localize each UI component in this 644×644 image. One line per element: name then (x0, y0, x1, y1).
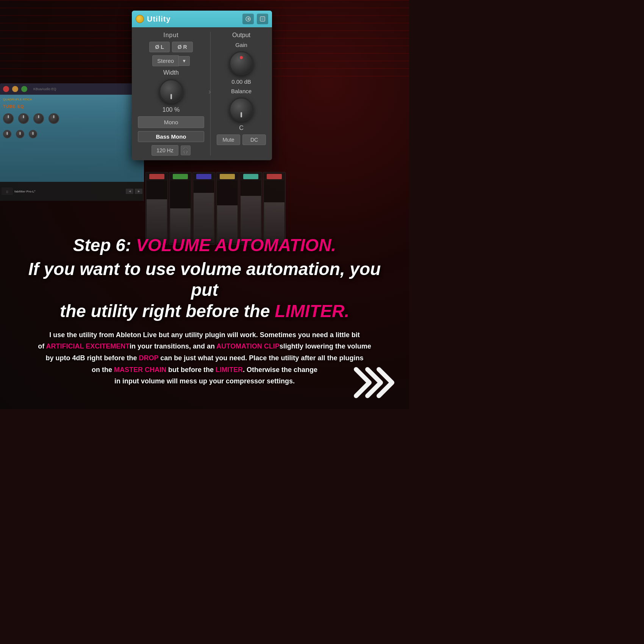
desc-line4-end: . Otherwise the change (243, 366, 317, 374)
desc-line3-start: by upto 4dB right before the (46, 354, 137, 362)
tube-eq-title: TUBE EQ (3, 104, 24, 109)
desc-of: of (38, 342, 46, 350)
utility-icon-btn-2[interactable] (257, 14, 268, 24)
text-content-area: Step 6: VOLUME AUTOMATION. If you want t… (0, 227, 409, 409)
width-knob-indicator (170, 94, 172, 99)
desc-highlight5: LIMITER (216, 366, 243, 374)
output-label: Output (217, 32, 266, 39)
headphone-icon[interactable]: 🎧 (181, 145, 191, 155)
svg-rect-1 (260, 17, 265, 21)
width-value: 100 % (138, 106, 204, 113)
track-color-5 (243, 174, 258, 179)
desc-line5: in input volume will mess up your compre… (114, 377, 295, 385)
eq-knob-1 (3, 113, 14, 124)
desc-highlight2: AUTOMATION CLIP (216, 342, 279, 350)
utility-input-panel: Input Ø L Ø R Stereo ▼ Width › 100 % Mon… (138, 32, 204, 156)
mute-button[interactable]: Mute (217, 134, 240, 145)
gain-knob[interactable] (229, 51, 253, 75)
subheading-limiter: LIMITER. (275, 301, 349, 321)
eq-knob-3 (33, 113, 44, 124)
utility-title: Utility (147, 15, 239, 23)
gain-db-value: 0.00 dB (217, 78, 266, 85)
stereo-mode-row: Stereo ▼ (138, 55, 204, 66)
subheading-line1: If you want to use volume automation, yo… (23, 259, 386, 300)
desc-but: but before the (166, 366, 216, 374)
tube-eq-subtitle: QUADRUPLE-RTICA (3, 98, 32, 101)
desc-mid1: in your transitions, and an (130, 342, 215, 350)
stereo-select[interactable]: Stereo (152, 55, 179, 66)
utility-body: Input Ø L Ø R Stereo ▼ Width › 100 % Mon… (132, 27, 272, 160)
description-text: I use the utility from Ableton Live but … (38, 329, 371, 387)
phase-l-button[interactable]: Ø L (149, 42, 169, 52)
utility-plugin-window: Utility Input Ø L Ø R Stereo ▼ (132, 11, 272, 160)
gain-label: Gain (217, 42, 266, 48)
balance-label: Balance (217, 88, 266, 94)
track-color-4 (220, 174, 235, 179)
desc-line1: I use the utility from Ableton Live but … (49, 331, 360, 339)
width-label: Width (138, 69, 204, 76)
eq-knob-small-2 (16, 130, 24, 138)
chevron-arrows-svg (352, 364, 398, 402)
bass-mono-button[interactable]: Bass Mono (138, 131, 204, 142)
eq-knob-small-3 (29, 130, 37, 138)
step-label: Step 6: (73, 235, 131, 255)
track-color-6 (267, 174, 282, 179)
desc-highlight3: DROP (139, 354, 159, 362)
utility-output-panel: Output Gain 0.00 dB Balance C Mute DC (217, 32, 266, 156)
knob-right-arrow: › (208, 87, 211, 96)
gain-knob-area (229, 51, 253, 75)
track-color-1 (149, 174, 164, 179)
hz-button[interactable]: 120 Hz (152, 145, 178, 156)
width-knob-area: › (138, 79, 204, 103)
step-subheading: If you want to use volume automation, yo… (23, 259, 386, 322)
dc-button[interactable]: DC (242, 134, 266, 145)
eq-knob-4 (48, 113, 59, 124)
utility-power-button[interactable] (136, 15, 144, 23)
desc-highlight1: ARTIFICIAL EXCITEMENT (46, 342, 130, 350)
subheading-line2: the utility right before the LIMITER. (23, 301, 386, 322)
stereo-dropdown-arrow[interactable]: ▼ (179, 56, 190, 66)
balance-knob-indicator (241, 112, 242, 117)
heading-highlight: VOLUME AUTOMATION. (136, 235, 336, 255)
balance-knob[interactable] (229, 97, 253, 122)
desc-highlight4: MASTER CHAIN (114, 366, 166, 374)
hz-row: 120 Hz 🎧 (138, 145, 204, 156)
utility-titlebar: Utility (132, 11, 272, 27)
gain-knob-dot (240, 56, 243, 59)
eq-knob-small-1 (3, 130, 11, 138)
mono-button[interactable]: Mono (138, 116, 204, 128)
mute-dc-row: Mute DC (217, 134, 266, 145)
phase-r-button[interactable]: Ø R (172, 42, 193, 52)
center-label: C (217, 125, 266, 131)
fabfilter-logo: fabfilter Pro-L² (14, 190, 35, 193)
width-knob[interactable] (159, 79, 183, 103)
chevron-decoration (352, 364, 398, 402)
track-color-3 (196, 174, 211, 179)
input-label: Input (138, 32, 204, 39)
utility-icon-btn-1[interactable] (242, 14, 254, 24)
step-heading: Step 6: VOLUME AUTOMATION. (73, 235, 336, 256)
daw-screenshot-left: KBuaAudio EQ QUADRUPLE-RTICA TUBE EQ (0, 83, 144, 201)
track-color-2 (173, 174, 188, 179)
desc-on: on the (92, 366, 114, 374)
desc-line3-end: can be just what you need. Place the uti… (160, 354, 363, 362)
eq-knob-2 (18, 113, 29, 124)
desc-end2: slightly lowering the volume (280, 342, 371, 350)
phase-buttons-row: Ø L Ø R (138, 42, 204, 52)
subheading-plain-2: the utility right before the (60, 301, 270, 321)
